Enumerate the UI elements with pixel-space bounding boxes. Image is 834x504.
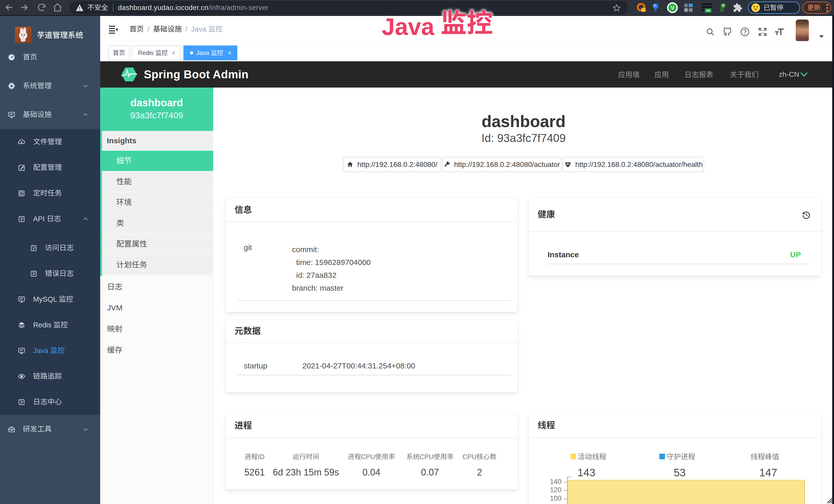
svg-text:1: 1 [642, 8, 644, 12]
svg-text:on: on [706, 9, 710, 12]
svg-text:V: V [671, 5, 674, 10]
